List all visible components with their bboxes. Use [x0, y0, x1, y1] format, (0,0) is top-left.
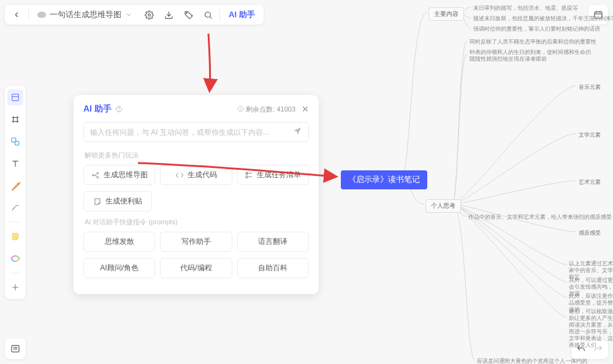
- text-tool[interactable]: [7, 156, 23, 172]
- chip-generate-tasklist[interactable]: 生成任务清单: [237, 165, 309, 185]
- svg-rect-9: [12, 94, 19, 101]
- sticky-note-tool[interactable]: [7, 229, 23, 245]
- mindmap-leaf[interactable]: 应该是问通附大黄色的个览再这个人一体约的: [477, 358, 587, 364]
- mindmap-leaf[interactable]: 作品中的音乐、文学和艺术元素，给人带来强烈的感质感受: [468, 214, 612, 221]
- svg-rect-22: [12, 346, 19, 352]
- chip-consultant[interactable]: AI顾问/角色: [83, 258, 155, 278]
- mindmap-central-node[interactable]: 《启示录》读书笔记: [341, 170, 427, 189]
- mindmap-leaf[interactable]: 最后，可以梳取激励让更多的人产生阅读决方案里，从而进一步符号乐，文学和意表达，这…: [569, 308, 613, 349]
- outline-button[interactable]: [5, 338, 26, 359]
- search-button[interactable]: [200, 7, 216, 23]
- frame-tool[interactable]: [7, 112, 23, 127]
- svg-point-0: [148, 13, 150, 16]
- svg-rect-35: [246, 176, 248, 178]
- chip-generate-mindmap[interactable]: 生成思维导图: [83, 165, 155, 185]
- ai-input-wrapper: [83, 122, 309, 142]
- chevron-down-icon: [125, 11, 132, 18]
- svg-point-31: [97, 172, 98, 173]
- help-icon[interactable]: [115, 105, 123, 113]
- chip-generate-code[interactable]: 生成代码: [160, 165, 232, 185]
- mindmap-branch-node[interactable]: 个人思考: [425, 199, 461, 213]
- mindmap-leaf[interactable]: 末日审判的描写，包括洪水、地震、瘟疫等: [473, 5, 578, 12]
- section-label: AI 对话助手快捷指令 (prompts): [85, 218, 309, 227]
- mindmap-sub-node[interactable]: 感质感受: [579, 229, 601, 237]
- divider: [219, 9, 220, 20]
- svg-point-3: [205, 12, 210, 17]
- close-button[interactable]: ✕: [302, 104, 309, 114]
- sticky-icon: [93, 197, 102, 206]
- tag-button[interactable]: [180, 7, 196, 23]
- file-name-chip[interactable]: 一句话生成思维导图: [32, 7, 137, 23]
- code-icon: [175, 171, 184, 180]
- svg-point-30: [92, 174, 93, 175]
- chip-generate-sticky[interactable]: 生成便利贴: [83, 191, 152, 211]
- mindmap-leaf[interactable]: 钟表的停顿和人的生日的到来，使时间感和生命仍随随性就强烈地呈现在读者眼前: [470, 49, 592, 63]
- svg-point-32: [97, 176, 98, 178]
- shape-tool[interactable]: [7, 134, 23, 150]
- divider: [28, 9, 29, 20]
- mindmap-leaf[interactable]: 强调时信仰的重要性，警示人们要时刻铭记神的话语: [473, 26, 600, 33]
- mindmap-sub-node[interactable]: 文学元素: [579, 131, 601, 139]
- pen-tool[interactable]: [7, 178, 23, 194]
- section-label: 解锁更多热门玩法: [85, 151, 309, 160]
- mindmap-sub-node[interactable]: 音乐元素: [579, 83, 601, 91]
- ai-panel-title: AI 助手: [83, 104, 123, 115]
- mindmap-icon: [91, 171, 100, 180]
- checklist-icon: [245, 171, 253, 180]
- ai-assistant-button[interactable]: AI 助手: [224, 9, 260, 20]
- chip-coding[interactable]: 代码/编程: [160, 258, 232, 278]
- file-name: 一句话生成思维导图: [50, 9, 121, 20]
- chip-encyclopedia[interactable]: 自助百科: [237, 258, 309, 278]
- send-button[interactable]: [292, 126, 302, 138]
- divider: [10, 222, 21, 222]
- connector-tool[interactable]: [7, 200, 23, 216]
- left-tool-rail: [5, 86, 26, 299]
- cloud-icon: [37, 12, 46, 18]
- chip-brainstorm[interactable]: 思维发散: [83, 232, 155, 252]
- back-button[interactable]: [9, 7, 25, 23]
- top-toolbar: 一句话生成思维导图 AI 助手: [5, 5, 264, 25]
- mindmap-tool[interactable]: [7, 251, 23, 267]
- list-icon: [10, 344, 20, 354]
- svg-point-19: [17, 183, 18, 184]
- chip-translate[interactable]: 语言翻译: [237, 232, 309, 252]
- divider: [10, 273, 21, 273]
- mindmap-branch-node[interactable]: 主要内容: [428, 7, 464, 21]
- svg-line-4: [210, 17, 211, 18]
- template-tool[interactable]: [7, 89, 23, 105]
- svg-rect-15: [12, 138, 16, 142]
- mindmap-leaf[interactable]: 描述末日敌斯，包括恶魔的被放轻描淡，千年王国的到来等: [473, 15, 613, 23]
- ai-assistant-panel: AI 助手 剩余点数: 41003 ✕ 解锁更多热门玩法 生成思维导图 生成代码: [74, 95, 319, 294]
- remaining-points: 剩余点数: 41003: [237, 105, 295, 114]
- info-icon: [237, 105, 244, 112]
- svg-point-26: [118, 110, 119, 111]
- ai-question-input[interactable]: [90, 128, 287, 137]
- add-tool[interactable]: [7, 279, 23, 295]
- chip-writing[interactable]: 写作助手: [160, 232, 232, 252]
- export-button[interactable]: [161, 7, 177, 23]
- settings-button[interactable]: [141, 7, 157, 23]
- svg-point-2: [186, 12, 187, 13]
- annotation-arrow: [196, 31, 233, 98]
- svg-point-16: [15, 141, 19, 145]
- mindmap-leaf[interactable]: 同时反映了人类不顾生态平衡的后果和信仰的重要性: [470, 39, 596, 46]
- mindmap-sub-node[interactable]: 艺术元素: [579, 178, 601, 186]
